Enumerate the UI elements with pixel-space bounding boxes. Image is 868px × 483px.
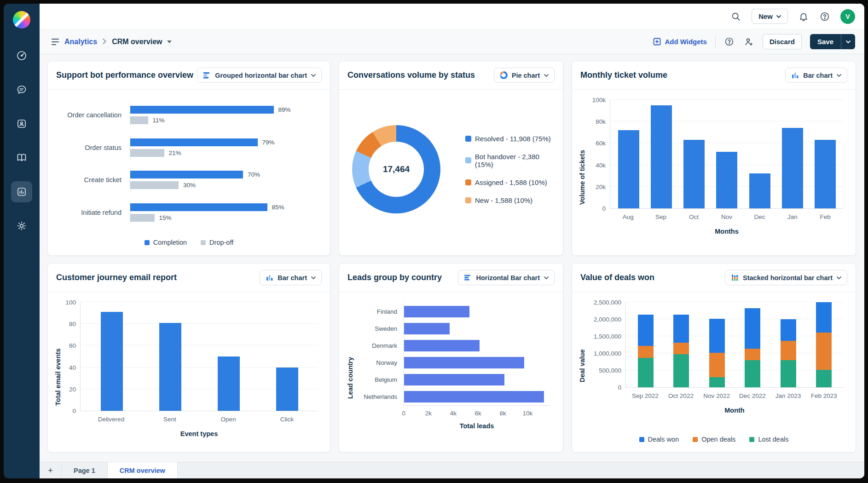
category-label: Denmark [354,337,404,354]
bar [404,391,544,402]
chart-legend: Deals wonOpen dealsLost deals [572,429,856,452]
bar-cell [806,302,842,387]
legend-label: Deals won [648,436,679,443]
y-tick-label: 1,500,000 [594,333,621,340]
bar [130,149,164,157]
discard-label: Discard [770,38,795,46]
legend-item: Assigned - 1,588 (10%) [465,178,558,186]
search-icon[interactable] [730,11,741,22]
chevron-down-icon[interactable] [167,40,172,43]
tab-crm-overview[interactable]: CRM overview [108,462,178,478]
legend-swatch [693,437,698,442]
breadcrumb: Analytics CRM overview [52,38,172,46]
value-label: 30% [183,182,196,189]
dashboard-icon[interactable] [11,45,32,66]
topbar: New V [40,4,864,29]
x-tick-labels: DeliveredSentOpenClick [80,411,318,423]
chat-icon[interactable] [11,79,32,100]
value-label: 15% [159,214,172,221]
chevron-right-icon [103,38,106,46]
bar [749,173,770,208]
chart-type-select[interactable]: Grouped horizontal bar chart [197,68,322,83]
save-button[interactable]: Save [810,34,841,49]
save-dropdown-button[interactable] [841,34,855,49]
widget-title: Value of deals won [580,273,654,282]
bar-cell [628,302,664,387]
bar [404,306,469,317]
value-label: 79% [262,139,275,146]
x-tick-label: Oct 2022 [663,392,699,399]
tab-page-1[interactable]: Page 1 [62,462,108,478]
chart-type-select[interactable]: Stacked horizontal bar chart [725,270,847,285]
bar-track: 89%11% [130,102,318,128]
bar-segment [816,370,832,387]
plot-area: 020406080100 [80,302,318,411]
bar-cell [612,100,645,208]
bar-track: 70%30% [130,167,318,193]
new-button[interactable]: New [752,9,788,24]
chart-type-select[interactable]: Pie chart [494,68,555,83]
x-tick-label: 2k [425,410,432,417]
bar-chart-icon [266,274,273,282]
x-tick-label: Delivered [82,416,140,423]
page-title: CRM overview [112,38,162,46]
breadcrumb-analytics[interactable]: Analytics [64,38,97,46]
discard-button[interactable]: Discard [763,34,802,49]
x-tick-label: Sep [644,213,677,220]
widget-monthly-ticket-volume: Monthly ticket volume Bar chart Volume o… [572,61,856,256]
knowledge-base-icon[interactable] [11,147,32,168]
category-label: Finland [354,303,404,320]
chart-type-select[interactable]: Bar chart [260,270,322,285]
x-axis-label: Month [625,407,844,414]
widget-help-icon[interactable] [724,36,735,47]
donut: 17,464 [352,125,440,213]
widget-value-of-deals-won: Value of deals won Stacked horizontal ba… [572,263,856,453]
report-list-icon[interactable] [52,39,59,45]
chart-type-select[interactable]: Horizontal Bar chart [458,270,555,285]
bar [159,323,181,411]
bar-line: 30% [130,181,318,189]
bar [101,312,123,411]
legend-swatch [639,437,644,442]
bars [81,302,318,411]
legend-swatch [465,197,471,203]
chart-type-select[interactable]: Bar chart [785,68,847,83]
bar-segment [816,333,832,370]
notifications-bell-icon[interactable] [798,11,809,22]
bar-track [404,320,550,337]
x-tick-label: Jan [776,213,809,220]
legend-item: Bot handover - 2,380 (15%) [465,153,558,168]
add-widgets-button[interactable]: Add Widgets [653,38,707,46]
share-user-icon[interactable] [743,36,754,47]
analytics-icon[interactable] [11,181,32,202]
settings-icon[interactable] [11,215,32,236]
add-widgets-label: Add Widgets [665,38,707,46]
legend-item: Resolved - 11,908 (75%) [465,135,558,143]
freshworks-logo-icon[interactable] [13,11,30,29]
bar [130,181,179,189]
x-tick-labels: Sep 2022Oct 2022Nov 2022Dec 2022Jan 2023… [625,388,844,399]
bar-line: 89% [130,106,318,114]
plot-area [404,303,550,406]
bar-line: 85% [130,203,318,211]
pie-chart-icon [500,71,508,79]
plot-area: 0500,0001,000,0001,500,0002,000,0002,500… [625,302,844,388]
breadcrumb-current[interactable]: CRM overview [112,38,171,46]
bar-group-row: Create ticket70%30% [52,167,318,193]
legend-swatch [465,179,471,185]
pages-tabbar: + Page 1 CRM overview [40,462,864,478]
add-page-button[interactable]: + [40,462,62,478]
legend-label: Lost deals [758,436,788,443]
bar [130,116,148,124]
bar-track [404,371,550,388]
donut-hole: 17,464 [369,142,424,197]
category-label: Norway [354,354,404,371]
value-label: 70% [248,171,260,178]
legend-item: Completion [145,239,187,246]
user-avatar[interactable]: V [840,9,855,24]
bar [618,130,639,208]
y-tick-label: 100 [65,299,76,306]
bar-segment [673,354,689,387]
help-icon[interactable] [819,11,830,22]
contacts-icon[interactable] [11,113,32,134]
